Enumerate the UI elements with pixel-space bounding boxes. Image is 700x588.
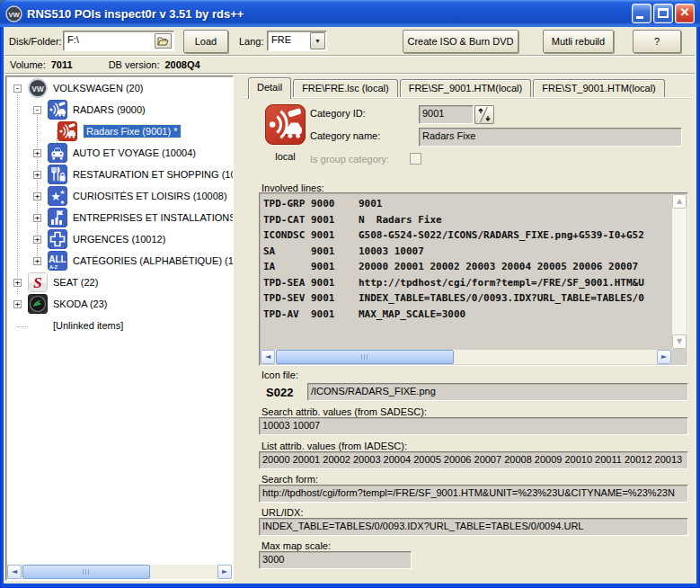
url-idx-field[interactable]: INDEX_TABLE=TABLES/0/0093.IDX?URL_TABLE=… — [259, 518, 688, 536]
tab-sf-9001[interactable]: FRE\SF_9001.HTM(local) — [400, 79, 532, 97]
tab-bar: Detail FRE\FRE.lsc (local) FRE\SF_9001.H… — [248, 77, 667, 97]
svg-text:S: S — [33, 274, 41, 291]
stars-leisure-icon: ★ ★ ★ — [48, 186, 67, 206]
tab-fre-lsc[interactable]: FRE\FRE.lsc (local) — [293, 79, 398, 97]
scroll-down-button[interactable]: ▼ — [672, 334, 687, 349]
scroll-right-button[interactable]: ► — [217, 565, 232, 579]
list-attrib-field[interactable]: 20000 20001 20002 20003 20004 20005 2000… — [259, 451, 688, 469]
lang-combobox[interactable]: FRE ▼ — [267, 31, 327, 51]
category-tree: - VW VOLKSWAGEN (20) - RADARS (9000) — [5, 76, 234, 581]
category-name-label: Category name: — [310, 130, 380, 141]
tree-row[interactable]: + ALL A-Z CATÉGORIES (ALPHABÉTIQUE) (100… — [6, 251, 233, 272]
tree-item-restauration[interactable]: RESTAURATION ET SHOPPING (1000 — [70, 168, 234, 181]
tree-item-unlinked[interactable]: [Unlinked items] — [50, 319, 126, 332]
local-badge: local — [265, 151, 306, 162]
icon-code: S022 — [266, 386, 293, 399]
tab-baseline — [243, 97, 693, 98]
svg-text:ALL: ALL — [49, 254, 66, 264]
tree-row[interactable]: + ★ ★ ★ CURIOSITÉS ET LOISIRS (10008) — [6, 186, 233, 208]
tree-item-categories[interactable]: CATÉGORIES (ALPHABÉTIQUE) (1001 — [70, 254, 234, 267]
tab-st-9001[interactable]: FRE\ST_9001.HTM(local) — [533, 79, 665, 97]
expand-toggle[interactable]: + — [33, 236, 41, 244]
url-idx-label: URL/IDX: — [261, 507, 303, 518]
lang-dropdown-arrow[interactable]: ▼ — [310, 32, 325, 49]
multi-rebuild-button[interactable]: Mutli rebuild — [543, 30, 614, 53]
tree-item-urgences[interactable]: URGENCES (10012) — [70, 233, 168, 245]
search-form-field[interactable]: http://tpdhost/cgi/form?templ=/FRE/SF_90… — [259, 485, 688, 503]
tree-row[interactable]: Radars Fixe (9001) * — [6, 121, 233, 143]
minimize-icon — [636, 16, 643, 19]
window-body: Disk/Folder: F:\ Load Lang: FRE ▼ Create… — [4, 27, 696, 584]
scroll-left-button[interactable]: ◄ — [261, 350, 275, 364]
scroll-left-button[interactable]: ◄ — [7, 565, 22, 579]
close-button[interactable]: ✕ — [675, 4, 695, 23]
tree-item-radars-fixe-selected[interactable]: Radars Fixe (9001) * — [84, 125, 181, 138]
involved-vertical-scrollbar[interactable]: ▲ ▼ — [672, 194, 687, 349]
involved-scrollbar-thumb[interactable] — [276, 350, 454, 364]
tree-row[interactable]: + S SEAT (22) — [6, 272, 233, 294]
category-id-label: Category ID: — [310, 108, 366, 119]
disk-folder-label: Disk/Folder: — [9, 36, 62, 47]
minimize-button[interactable] — [632, 4, 651, 23]
involved-lines-textarea[interactable]: TPD-GRP 9000 9001 TPD-CAT 9001 N Radars … — [259, 192, 688, 366]
scrollbar-grip — [361, 354, 368, 360]
is-group-category-checkbox[interactable] — [410, 153, 421, 165]
svg-text:★: ★ — [59, 189, 65, 195]
tree-horizontal-scrollbar[interactable]: ◄ ► — [7, 565, 232, 579]
tree-row[interactable]: + SKODA (23) — [6, 294, 233, 316]
tab-detail[interactable]: Detail — [248, 77, 291, 99]
scroll-right-button[interactable]: ► — [657, 350, 671, 364]
help-button[interactable]: ? — [633, 30, 681, 53]
expand-toggle[interactable]: + — [33, 257, 41, 265]
max-map-scale-field[interactable]: 3000 — [259, 551, 412, 569]
tree-item-skoda[interactable]: SKODA (23) — [50, 298, 111, 310]
search-attrib-field[interactable]: 10003 10007 — [259, 417, 688, 435]
search-attrib-label: Search attrib. values (from SADESC): — [261, 406, 427, 417]
tree-row[interactable]: + RESTAURATION ET SHOPPING (1000 — [6, 165, 233, 186]
expand-toggle[interactable]: + — [33, 171, 41, 179]
collapse-toggle[interactable]: - — [13, 85, 22, 93]
vw-logo-icon: VW — [5, 5, 22, 22]
tree-row[interactable]: - VW VOLKSWAGEN (20) — [6, 78, 233, 100]
tree-row[interactable]: [Unlinked items] — [6, 316, 233, 337]
scroll-up-button[interactable]: ▲ — [672, 194, 687, 209]
radar-fixe-icon — [58, 121, 77, 141]
radar-icon — [48, 100, 67, 120]
volume-label: Volume: — [10, 59, 46, 70]
volume-value: 7011 — [51, 59, 73, 70]
maximize-button[interactable] — [653, 4, 673, 23]
disk-folder-input[interactable]: F:\ — [63, 31, 174, 51]
expand-toggle[interactable]: + — [33, 192, 41, 200]
close-icon: ✕ — [676, 5, 694, 19]
tree-item-volkswagen[interactable]: VOLKSWAGEN (20) — [50, 82, 146, 94]
expand-toggle[interactable]: + — [33, 214, 41, 222]
collapse-toggle[interactable]: - — [33, 106, 41, 114]
tree-row[interactable]: + ENTREPRISES ET INSTALLATIONS P — [6, 208, 233, 229]
restaurant-icon — [48, 165, 67, 184]
expand-toggle[interactable]: + — [13, 300, 22, 308]
tree-item-seat[interactable]: SEAT (22) — [50, 276, 101, 289]
load-button[interactable]: Load — [183, 30, 228, 53]
category-id-spinner[interactable] — [474, 105, 494, 124]
tree-item-radars[interactable]: RADARS (9000) — [70, 103, 148, 116]
tree-row[interactable]: + AUTO ET VOYAGE (10004) — [6, 143, 233, 165]
icon-file-field[interactable]: /ICONS/RADARS_FIXE.png — [307, 383, 688, 401]
expand-toggle[interactable]: + — [13, 279, 22, 287]
skoda-brand-icon — [28, 294, 48, 314]
category-id-field[interactable]: 9001 — [419, 105, 474, 124]
spinner-updown-icon — [475, 106, 493, 123]
tree-item-auto-voyage[interactable]: AUTO ET VOYAGE (10004) — [70, 147, 199, 159]
tree-item-curiosites[interactable]: CURIOSITÉS ET LOISIRS (10008) — [70, 190, 230, 202]
tree-scrollbar-thumb[interactable] — [22, 565, 150, 579]
create-iso-button[interactable]: Create ISO & Burn DVD — [403, 30, 518, 53]
tree-row[interactable]: - RADARS (9000) — [6, 100, 233, 121]
tree-item-entreprises[interactable]: ENTREPRISES ET INSTALLATIONS P — [70, 211, 234, 224]
browse-folder-button[interactable] — [155, 33, 172, 49]
expand-toggle[interactable]: + — [33, 149, 41, 157]
category-name-field[interactable]: Radars Fixe — [419, 128, 682, 147]
enterprise-flag-icon — [48, 208, 67, 227]
open-folder-icon — [157, 36, 169, 46]
search-form-label: Search form: — [261, 474, 318, 485]
involved-horizontal-scrollbar[interactable]: ◄ ► — [261, 350, 671, 364]
tree-row[interactable]: + URGENCES (10012) — [6, 229, 233, 251]
